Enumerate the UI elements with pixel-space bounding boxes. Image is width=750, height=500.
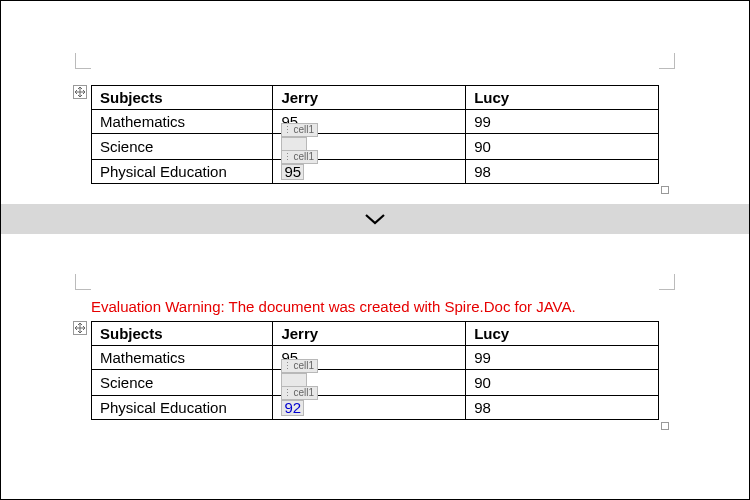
content-control-tag: cell1 — [281, 123, 318, 137]
header-jerry[interactable]: Jerry — [273, 86, 466, 110]
cell-jerry-cc[interactable]: cell195 — [273, 160, 466, 184]
page-divider — [1, 204, 749, 234]
cell-lucy[interactable]: 98 — [466, 396, 659, 420]
cell-lucy[interactable]: 99 — [466, 346, 659, 370]
content-control-tag: cell1 — [281, 386, 318, 400]
header-jerry[interactable]: Jerry — [273, 322, 466, 346]
evaluation-warning: Evaluation Warning: The document was cre… — [91, 298, 659, 315]
grades-table-1[interactable]: Subjects Jerry Lucy Mathematics 95 99 Sc… — [91, 85, 659, 184]
margin-corner — [659, 274, 675, 290]
table-resize-handle[interactable] — [661, 186, 669, 194]
cell-jerry-cc[interactable]: cell192 — [273, 396, 466, 420]
cell-subject[interactable]: Science — [92, 370, 273, 396]
table-header-row: Subjects Jerry Lucy — [92, 322, 659, 346]
table-header-row: Subjects Jerry Lucy — [92, 86, 659, 110]
table-row: Mathematics 95 99 — [92, 346, 659, 370]
table-2-wrap: Subjects Jerry Lucy Mathematics 95 99 Sc… — [91, 321, 659, 420]
cell-subject[interactable]: Mathematics — [92, 110, 273, 134]
cell-subject[interactable]: Mathematics — [92, 346, 273, 370]
margin-corner — [75, 274, 91, 290]
cell-subject[interactable]: Physical Education — [92, 396, 273, 420]
margin-corner — [75, 53, 91, 69]
cell-subject[interactable]: Science — [92, 134, 273, 160]
table-1-wrap: Subjects Jerry Lucy Mathematics 95 99 Sc… — [91, 85, 659, 184]
header-lucy[interactable]: Lucy — [466, 322, 659, 346]
table-row: Science cell1 90 — [92, 134, 659, 160]
table-move-handle[interactable] — [73, 85, 87, 99]
grades-table-2[interactable]: Subjects Jerry Lucy Mathematics 95 99 Sc… — [91, 321, 659, 420]
cell-lucy[interactable]: 99 — [466, 110, 659, 134]
cc-value[interactable]: 92 — [284, 399, 301, 416]
content-control-tag: cell1 — [281, 150, 318, 164]
table-move-handle[interactable] — [73, 321, 87, 335]
cell-subject[interactable]: Physical Education — [92, 160, 273, 184]
table-resize-handle[interactable] — [661, 422, 669, 430]
cc-value[interactable]: 95 — [284, 163, 301, 180]
margin-corner — [659, 53, 675, 69]
header-subjects[interactable]: Subjects — [92, 322, 273, 346]
cell-lucy[interactable]: 98 — [466, 160, 659, 184]
cell-lucy[interactable]: 90 — [466, 134, 659, 160]
chevron-down-icon — [363, 212, 387, 226]
header-subjects[interactable]: Subjects — [92, 86, 273, 110]
document-page-1: Subjects Jerry Lucy Mathematics 95 99 Sc… — [1, 1, 749, 204]
table-row: Physical Education cell195 98 — [92, 160, 659, 184]
table-row: Physical Education cell192 98 — [92, 396, 659, 420]
table-row: Mathematics 95 99 — [92, 110, 659, 134]
content-control-tag: cell1 — [281, 359, 318, 373]
document-page-2: Evaluation Warning: The document was cre… — [1, 234, 749, 440]
header-lucy[interactable]: Lucy — [466, 86, 659, 110]
table-row: Science cell1 90 — [92, 370, 659, 396]
cell-lucy[interactable]: 90 — [466, 370, 659, 396]
